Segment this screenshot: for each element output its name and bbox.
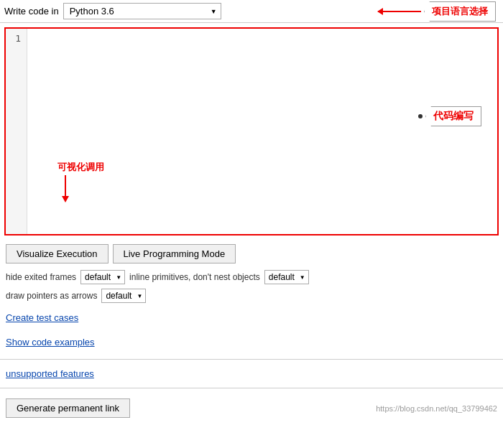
option-1-select-wrapper[interactable]: default true false [80,270,125,284]
options-row-1: hide exited frames default true false in… [0,268,503,286]
language-bar: Write code in Python 3.6 Python 2.7 Java… [0,0,503,23]
option-1-select[interactable]: default true false [80,270,125,284]
bottom-row: Generate permanent link https://blog.csd… [0,394,503,422]
create-test-link[interactable]: Create test cases [6,312,497,323]
option-2-label: inline primitives, don't nest objects [129,272,260,282]
option-1-label: hide exited frames [6,272,76,282]
unsupported-features-link[interactable]: unsupported features [0,365,503,382]
action-buttons-row: Visualize Execution Live Programming Mod… [0,240,503,268]
language-select[interactable]: Python 3.6 Python 2.7 Java 8 JavaScript … [63,3,221,19]
lang-annotation-label: 项目语言选择 [424,1,496,22]
section-divider-2 [0,388,503,388]
option-2-select[interactable]: default true false [264,270,309,284]
option-3-select-wrapper[interactable]: default true false [101,289,146,303]
option-2-select-wrapper[interactable]: default true false [264,270,309,284]
language-select-wrapper[interactable]: Python 3.6 Python 2.7 Java 8 JavaScript … [63,3,221,19]
option-3-select[interactable]: default true false [101,289,146,303]
code-editor-container: 1 [4,27,499,235]
option-3-label: draw pointers as arrows [6,291,97,301]
code-editor[interactable] [27,29,497,234]
generate-link-button[interactable]: Generate permanent link [6,398,130,418]
line-numbers: 1 [6,29,27,234]
live-mode-button[interactable]: Live Programming Mode [113,244,236,263]
show-examples-link[interactable]: Show code examples [6,337,497,347]
lang-prefix-label: Write code in [4,6,59,17]
links-section: Create test cases Show code examples [0,305,503,353]
lang-annotation: 项目语言选择 [378,1,496,22]
options-row-2: draw pointers as arrows default true fal… [0,286,503,305]
section-divider [0,359,503,360]
watermark-text: https://blog.csdn.net/qq_33799462 [376,404,497,413]
editor-wrapper: 1 代码编写 可视化调用 [0,27,503,235]
visualize-button[interactable]: Visualize Execution [6,244,109,263]
